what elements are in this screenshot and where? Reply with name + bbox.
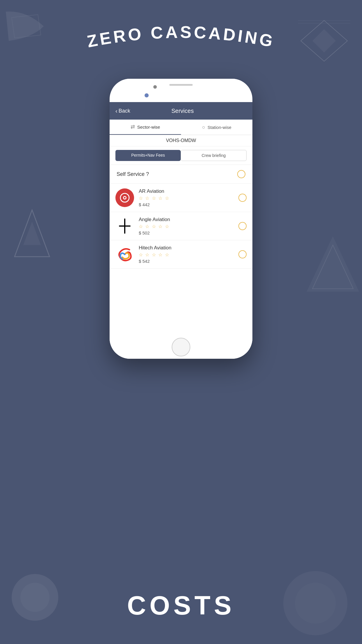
angle-aviation-name: Angle Aviation xyxy=(139,217,234,223)
provider-ar-aviation[interactable]: AR Aviation ☆ ☆ ☆ ☆ ☆ $ 442 xyxy=(110,184,252,212)
self-service-label: Self Service ? xyxy=(117,171,149,177)
svg-point-7 xyxy=(20,583,50,612)
angle-aviation-stars: ☆ ☆ ☆ ☆ ☆ xyxy=(139,224,234,229)
home-button[interactable] xyxy=(172,338,190,356)
empty-row xyxy=(110,269,252,298)
toggle-permits[interactable]: Permits+Nav Fees xyxy=(115,150,181,161)
phone-top xyxy=(110,79,252,89)
ar-aviation-info: AR Aviation ☆ ☆ ☆ ☆ ☆ $ 442 xyxy=(139,188,234,207)
app-content: ‹ Back Services ⇄ Sector-wise ○ Station-… xyxy=(110,102,252,335)
phone-dot xyxy=(145,93,149,97)
tab-sector[interactable]: ⇄ Sector-wise xyxy=(110,120,181,135)
ar-aviation-logo xyxy=(115,188,134,207)
hitech-aviation-logo xyxy=(115,245,134,264)
toggle-crew[interactable]: Crew briefing xyxy=(181,150,247,161)
hitech-aviation-radio[interactable] xyxy=(238,250,247,258)
header-section: - ZERO CASCADING - xyxy=(64,23,298,60)
svg-point-9 xyxy=(295,583,336,624)
provider-hitech-aviation[interactable]: Hitech Aviation ☆ ☆ ☆ ☆ ☆ $ 542 xyxy=(110,240,252,269)
provider-angle-aviation[interactable]: Angle Aviation ☆ ☆ ☆ ☆ ☆ $ 502 xyxy=(110,212,252,240)
nav-bar: ‹ Back Services xyxy=(110,102,252,120)
tab-sector-label: Sector-wise xyxy=(137,125,160,130)
crew-label: Crew briefing xyxy=(202,153,226,158)
angle-aviation-radio[interactable] xyxy=(238,222,247,230)
svg-text:- ZERO CASCADING -: - ZERO CASCADING - xyxy=(64,23,284,52)
permits-label: Permits+Nav Fees xyxy=(131,153,165,158)
phone-camera xyxy=(153,85,157,89)
hitech-aviation-price: $ 542 xyxy=(139,259,234,264)
angle-aviation-logo xyxy=(115,217,134,235)
service-toggle: Permits+Nav Fees Crew briefing xyxy=(110,146,252,165)
phone-speaker xyxy=(169,84,193,86)
hitech-aviation-info: Hitech Aviation ☆ ☆ ☆ ☆ ☆ $ 542 xyxy=(139,245,234,264)
hitech-aviation-name: Hitech Aviation xyxy=(139,245,234,251)
back-label: Back xyxy=(119,108,130,114)
ar-aviation-stars: ☆ ☆ ☆ ☆ ☆ xyxy=(139,195,234,201)
back-button[interactable]: ‹ Back xyxy=(115,108,130,114)
hitech-aviation-stars: ☆ ☆ ☆ ☆ ☆ xyxy=(139,252,234,258)
station-icon: ○ xyxy=(202,124,205,130)
self-service-radio[interactable] xyxy=(237,170,245,178)
nav-title: Services xyxy=(130,108,235,114)
self-service-row[interactable]: Self Service ? xyxy=(110,165,252,184)
angle-aviation-price: $ 502 xyxy=(139,230,234,235)
phone-bottom xyxy=(110,335,252,359)
view-tabs: ⇄ Sector-wise ○ Station-wise xyxy=(110,120,252,135)
angle-aviation-info: Angle Aviation ☆ ☆ ☆ ☆ ☆ $ 502 xyxy=(139,217,234,235)
svg-point-14 xyxy=(124,197,126,199)
footer-costs: COSTS xyxy=(127,591,235,621)
ar-aviation-price: $ 442 xyxy=(139,202,234,207)
route-label: VOHS-OMDW xyxy=(110,135,252,146)
ar-aviation-name: AR Aviation xyxy=(139,188,234,194)
sector-icon: ⇄ xyxy=(131,124,135,130)
tab-station-label: Station-wise xyxy=(208,125,231,130)
back-chevron-icon: ‹ xyxy=(115,108,117,114)
tab-station[interactable]: ○ Station-wise xyxy=(181,120,252,135)
phone-frame: ‹ Back Services ⇄ Sector-wise ○ Station-… xyxy=(110,79,252,359)
ar-aviation-radio[interactable] xyxy=(238,194,247,202)
